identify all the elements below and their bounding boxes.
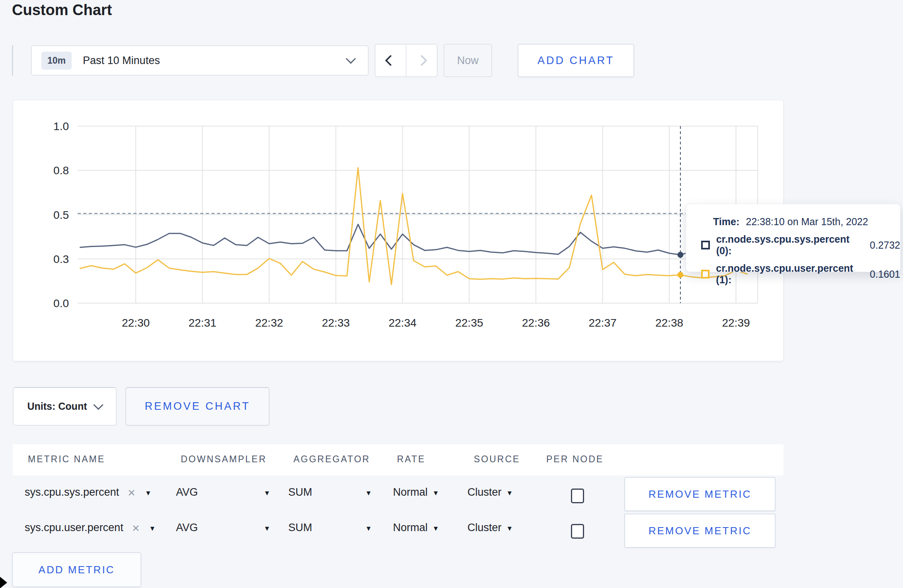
- series-swatch-icon: [701, 241, 710, 249]
- remove-metric-button[interactable]: REMOVE METRIC: [624, 514, 776, 548]
- timewindow-divider: [12, 45, 13, 76]
- y-axis-tick-label: 0.5: [53, 209, 69, 221]
- now-button[interactable]: Now: [444, 44, 492, 77]
- metric-name-value: sys.cpu.user.percent: [25, 522, 123, 534]
- dropdown-caret-icon: [365, 525, 372, 533]
- aggregator-value: SUM: [288, 522, 312, 534]
- time-range-badge: 10m: [41, 52, 72, 70]
- chart-tooltip: Time: 22:38:10 on Mar 15th, 2022 cr.node…: [686, 204, 901, 272]
- x-axis-tick-label: 22:31: [188, 317, 216, 329]
- column-header-aggregator: AGGREGATOR: [293, 454, 370, 465]
- downsampler-value: AVG: [176, 522, 198, 534]
- x-axis-tick-label: 22:34: [389, 317, 416, 329]
- page-title: Custom Chart: [12, 2, 112, 19]
- next-timewindow-button[interactable]: [406, 45, 437, 76]
- source-value: Cluster: [467, 486, 502, 498]
- column-header-per-node: PER NODE: [546, 454, 604, 465]
- dropdown-caret-icon: [264, 489, 270, 497]
- dropdown-caret-icon: [506, 525, 513, 533]
- aggregator-select[interactable]: SUM: [288, 486, 372, 498]
- tooltip-time-label: Time:: [713, 216, 739, 228]
- metric-name-dropdown[interactable]: sys.cpu.user.percent: [25, 522, 156, 534]
- x-axis-tick-label: 22:38: [655, 317, 683, 329]
- x-axis-tick-label: 22:35: [455, 317, 483, 329]
- timeseries-chart[interactable]: 0.00.30.50.81.022:3022:3122:3222:3322:34…: [13, 100, 784, 362]
- series-swatch-icon: [701, 270, 710, 278]
- time-range-label: Past 10 Minutes: [83, 55, 347, 67]
- per-node-checkbox[interactable]: [571, 524, 584, 539]
- downsampler-select[interactable]: AVG: [176, 522, 270, 534]
- tooltip-time-row: Time: 22:38:10 on Mar 15th, 2022: [713, 216, 900, 228]
- clear-metric-icon[interactable]: [128, 489, 135, 496]
- per-node-cell: [571, 524, 584, 539]
- dropdown-caret-icon: [506, 489, 513, 497]
- series-line: [80, 224, 747, 255]
- prev-timewindow-button[interactable]: [375, 45, 406, 76]
- chevron-left-icon: [385, 55, 396, 66]
- rate-value: Normal: [393, 522, 428, 534]
- downsampler-select[interactable]: AVG: [176, 486, 270, 498]
- add-metric-button[interactable]: ADD METRIC: [12, 552, 141, 587]
- tooltip-series-row: cr.node.sys.cpu.sys.percent (0): 0.2732: [701, 234, 900, 257]
- source-select[interactable]: Cluster: [467, 522, 513, 534]
- dropdown-caret-icon: [145, 489, 152, 497]
- column-header-rate: RATE: [397, 454, 426, 465]
- metric-name-dropdown[interactable]: sys.cpu.sys.percent: [25, 486, 152, 498]
- source-select[interactable]: Cluster: [467, 486, 513, 498]
- tooltip-series-name: cr.node.sys.cpu.sys.percent (0):: [716, 234, 864, 257]
- remove-chart-button[interactable]: REMOVE CHART: [125, 387, 270, 426]
- add-chart-button[interactable]: ADD CHART: [518, 44, 634, 77]
- aggregator-select[interactable]: SUM: [288, 522, 372, 534]
- x-axis-tick-label: 22:39: [722, 317, 750, 329]
- y-axis-tick-label: 0.8: [53, 164, 69, 177]
- metrics-table-header: METRIC NAME DOWNSAMPLER AGGREGATOR RATE …: [13, 444, 784, 475]
- dropdown-caret-icon: [365, 489, 372, 497]
- chevron-down-icon: [94, 400, 104, 410]
- highlight-dot: [677, 272, 683, 278]
- downsampler-value: AVG: [176, 486, 198, 498]
- clear-metric-icon[interactable]: [132, 524, 140, 532]
- rate-value: Normal: [393, 486, 428, 498]
- metric-name-value: sys.cpu.sys.percent: [25, 486, 119, 498]
- tooltip-series-name: cr.node.sys.cpu.user.percent (1):: [716, 263, 864, 286]
- chevron-down-icon: [346, 54, 356, 64]
- dropdown-caret-icon: [264, 525, 270, 533]
- x-axis-tick-label: 22:36: [522, 317, 550, 329]
- column-header-source: SOURCE: [474, 454, 520, 465]
- x-axis-tick-label: 22:33: [322, 317, 350, 329]
- dropdown-caret-icon: [432, 489, 439, 497]
- source-value: Cluster: [467, 522, 502, 534]
- highlight-dot: [677, 252, 683, 258]
- column-header-metric-name: METRIC NAME: [28, 454, 105, 465]
- remove-metric-button[interactable]: REMOVE METRIC: [624, 477, 776, 511]
- chevron-right-icon: [416, 55, 427, 66]
- per-node-checkbox[interactable]: [571, 489, 584, 503]
- time-range-dropdown[interactable]: 10m Past 10 Minutes: [31, 45, 369, 76]
- chart-card[interactable]: 0.00.30.50.81.022:3022:3122:3222:3322:34…: [13, 100, 784, 361]
- tooltip-series-row: cr.node.sys.cpu.user.percent (1): 0.1601: [701, 263, 900, 286]
- dropdown-caret-icon: [149, 525, 156, 533]
- mouse-cursor: [0, 574, 7, 588]
- x-axis-tick-label: 22:37: [588, 317, 616, 329]
- x-axis-tick-label: 22:32: [255, 317, 283, 329]
- y-axis-tick-label: 1.0: [53, 120, 69, 132]
- aggregator-value: SUM: [288, 486, 312, 498]
- rate-select[interactable]: Normal: [393, 522, 439, 534]
- series-line: [80, 168, 747, 285]
- per-node-cell: [571, 489, 584, 503]
- tooltip-series-value: 0.1601: [870, 269, 900, 280]
- dropdown-caret-icon: [432, 525, 439, 533]
- y-axis-tick-label: 0.0: [53, 297, 69, 310]
- tooltip-time-value: 22:38:10 on Mar 15th, 2022: [746, 216, 868, 228]
- units-label: Units: Count: [27, 401, 87, 412]
- units-dropdown[interactable]: Units: Count: [13, 387, 117, 426]
- column-header-downsampler: DOWNSAMPLER: [181, 454, 267, 465]
- rate-select[interactable]: Normal: [393, 486, 439, 498]
- time-nav-group: [375, 44, 438, 77]
- x-axis-tick-label: 22:30: [122, 317, 150, 329]
- y-axis-tick-label: 0.3: [53, 253, 69, 265]
- tooltip-series-value: 0.2732: [870, 239, 900, 251]
